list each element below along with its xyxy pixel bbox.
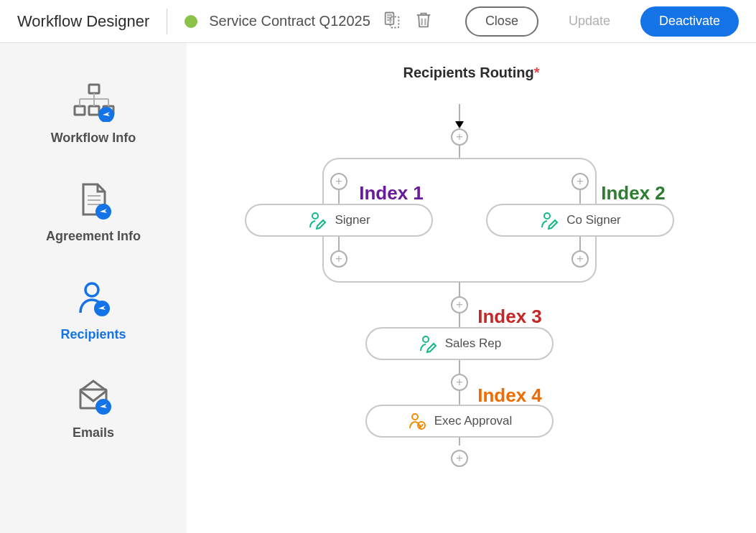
add-recipient-branch-right-bottom[interactable]: + — [571, 250, 589, 268]
svg-point-34 — [423, 336, 429, 342]
clone-icon[interactable] — [382, 10, 402, 33]
sidebar-item-agreement-info[interactable]: Agreement Info — [0, 163, 187, 261]
sidebar-item-label: Agreement Info — [46, 229, 141, 244]
signer-icon — [307, 210, 327, 230]
recipient-label: Exec Approval — [434, 414, 513, 428]
canvas-title: Recipients Routing* — [201, 65, 742, 81]
sidebar-item-emails[interactable]: Emails — [0, 359, 187, 458]
close-button[interactable]: Close — [465, 6, 538, 37]
canvas: Recipients Routing* — [187, 43, 756, 533]
sidebar-item-label: Workflow Info — [51, 131, 136, 146]
sidebar: Workflow Info Agreement Info — [0, 43, 187, 533]
recipient-signer[interactable]: Signer — [245, 204, 433, 237]
index-2-label: Index 2 — [601, 182, 666, 204]
agreement-info-icon — [73, 180, 113, 220]
signer-icon — [539, 210, 559, 230]
recipients-icon — [73, 278, 113, 319]
index-4-label: Index 4 — [477, 385, 542, 407]
sidebar-item-workflow-info[interactable]: Workflow Info — [0, 65, 187, 163]
close-button-label: Close — [485, 14, 518, 29]
workflow-name: Service Contract Q12025 — [209, 13, 370, 29]
workflow-info-icon — [70, 82, 116, 122]
recipient-label: Co Signer — [566, 213, 621, 227]
recipient-label: Sales Rep — [445, 336, 501, 351]
deactivate-button[interactable]: Deactivate — [640, 6, 739, 37]
trash-icon[interactable] — [414, 10, 434, 33]
recipient-salesrep[interactable]: Sales Rep — [365, 327, 554, 360]
svg-rect-8 — [75, 106, 85, 115]
emails-icon — [73, 377, 113, 417]
recipient-label: Signer — [335, 213, 370, 227]
svg-rect-9 — [89, 106, 99, 115]
app-title: Workflow Designer — [17, 12, 149, 31]
svg-rect-7 — [89, 85, 99, 93]
add-recipient-branch-left-top[interactable]: + — [330, 173, 347, 190]
add-recipient-branch-left-bottom[interactable]: + — [330, 250, 347, 268]
add-recipient-after-salesrep[interactable]: + — [451, 374, 468, 391]
add-recipient-branch-right-top[interactable]: + — [571, 173, 589, 190]
recipient-cosigner[interactable]: Co Signer — [486, 204, 674, 237]
sidebar-item-label: Recipients — [60, 327, 126, 342]
svg-point-32 — [312, 213, 318, 219]
add-recipient-bottom[interactable]: + — [451, 450, 468, 467]
update-button: Update — [550, 6, 629, 37]
update-button-label: Update — [569, 14, 610, 29]
svg-point-33 — [544, 213, 550, 219]
recipient-exec[interactable]: Exec Approval — [365, 405, 554, 438]
divider — [167, 9, 167, 34]
sidebar-item-label: Emails — [73, 425, 114, 440]
svg-point-35 — [412, 414, 418, 420]
status-dot-icon — [185, 15, 197, 28]
header: Workflow Designer Service Contract Q1202… — [0, 0, 756, 43]
sidebar-item-recipients[interactable]: Recipients — [0, 261, 187, 359]
index-3-label: Index 3 — [477, 306, 542, 328]
index-1-label: Index 1 — [359, 182, 424, 204]
add-recipient-mid[interactable]: + — [451, 296, 468, 313]
signer-icon — [418, 334, 438, 354]
svg-point-21 — [85, 283, 98, 296]
approver-icon — [407, 411, 427, 431]
deactivate-button-label: Deactivate — [659, 14, 720, 29]
add-recipient-top[interactable]: + — [451, 128, 468, 146]
